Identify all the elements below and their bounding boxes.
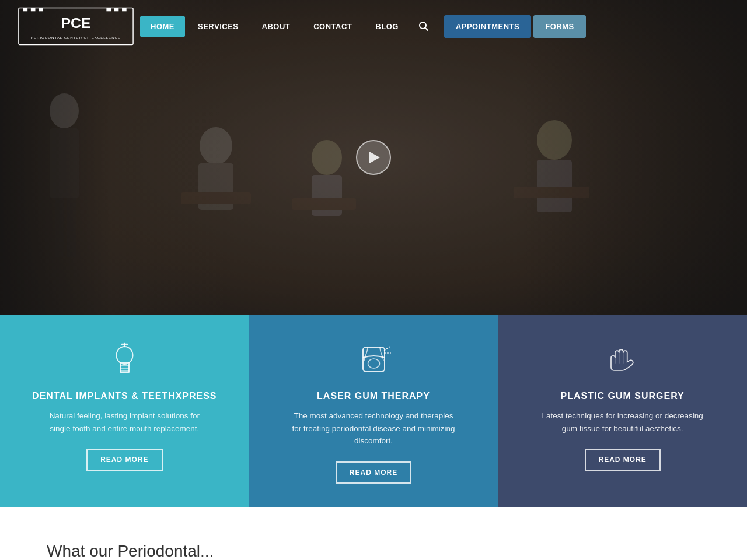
logo-area[interactable]: PCE PERIODONTAL CENTER OF EXCELLENCE: [18, 5, 140, 48]
card-2-title: LASER GUM THERAPY: [317, 391, 430, 401]
svg-rect-6: [122, 8, 127, 12]
forms-button[interactable]: FORMS: [533, 15, 585, 38]
svg-line-33: [384, 346, 391, 351]
nav-services[interactable]: SERVICES: [187, 16, 249, 37]
card-3-read-more[interactable]: READ MORE: [585, 449, 661, 471]
svg-rect-20: [537, 160, 572, 212]
svg-text:PCE: PCE: [61, 15, 91, 31]
laser-gum-card: LASER GUM THERAPY The most advanced tech…: [249, 315, 498, 507]
svg-point-19: [537, 120, 572, 160]
dental-implants-card: DENTAL IMPLANTS & TEETHXPRESS Natural fe…: [0, 315, 249, 507]
svg-text:PERIODONTAL CENTER OF EXCELLEN: PERIODONTAL CENTER OF EXCELLENCE: [31, 36, 121, 40]
main-nav: HOME SERVICES ABOUT CONTACT BLOG APPOINT…: [140, 15, 586, 38]
svg-line-10: [425, 28, 428, 31]
svg-rect-5: [114, 8, 119, 12]
svg-point-25: [116, 346, 132, 364]
search-button[interactable]: [411, 16, 436, 36]
site-header: PCE PERIODONTAL CENTER OF EXCELLENCE HOM…: [0, 0, 747, 52]
svg-rect-3: [39, 8, 43, 12]
card-3-description: Latest techniques for increasing or decr…: [541, 410, 704, 435]
svg-point-15: [200, 127, 232, 164]
nav-about[interactable]: ABOUT: [252, 16, 301, 37]
svg-rect-23: [514, 187, 589, 198]
card-1-read-more[interactable]: READ MORE: [86, 449, 162, 471]
play-button[interactable]: [356, 140, 391, 175]
svg-rect-1: [23, 8, 28, 12]
card-1-description: Natural feeling, lasting implant solutio…: [43, 410, 206, 435]
appointments-button[interactable]: APPOINTMENTS: [444, 15, 531, 38]
plastic-gum-icon: [602, 338, 643, 379]
laser-gum-icon: [353, 338, 394, 379]
plastic-gum-card: PLASTIC GUM SURGERY Latest techniques fo…: [498, 315, 747, 507]
card-1-title: DENTAL IMPLANTS & TEETHXPRESS: [32, 391, 217, 401]
svg-point-32: [368, 359, 379, 368]
svg-point-17: [312, 140, 342, 175]
svg-rect-4: [106, 8, 111, 12]
tooth-implant-icon: [104, 338, 145, 379]
svg-rect-12: [50, 128, 79, 198]
svg-rect-21: [181, 192, 251, 204]
card-2-description: The most advanced technology and therapi…: [292, 410, 455, 447]
svg-rect-22: [292, 198, 356, 210]
nav-blog[interactable]: BLOG: [365, 16, 409, 37]
card-2-read-more[interactable]: READ MORE: [336, 461, 411, 484]
feature-cards: DENTAL IMPLANTS & TEETHXPRESS Natural fe…: [0, 315, 747, 507]
svg-rect-13: [55, 198, 64, 257]
nav-contact[interactable]: CONTACT: [303, 16, 362, 37]
nav-home[interactable]: HOME: [140, 16, 185, 37]
svg-point-11: [50, 93, 79, 128]
bottom-heading: What our Periodontal...: [47, 542, 700, 560]
bottom-section: What our Periodontal...: [0, 507, 747, 560]
svg-rect-2: [31, 8, 36, 12]
svg-rect-14: [67, 198, 76, 257]
card-3-title: PLASTIC GUM SURGERY: [561, 391, 685, 401]
